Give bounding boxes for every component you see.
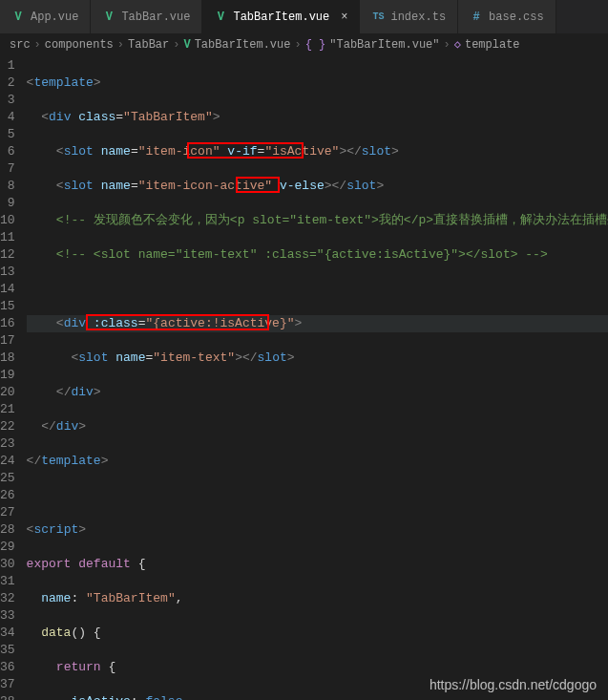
tab-label: TabBarItem.vue bbox=[233, 11, 329, 24]
line-number: 32 bbox=[0, 590, 15, 607]
code-editor[interactable]: 1 2 3 4 5 6 7 8 9 10 11 12 13 14 15 16 1… bbox=[0, 55, 608, 684]
breadcrumb-item[interactable]: components bbox=[45, 38, 114, 52]
close-icon[interactable]: × bbox=[341, 11, 347, 24]
line-number: 3 bbox=[0, 92, 15, 109]
breadcrumb-item[interactable]: src bbox=[10, 38, 31, 52]
tab-tabbaritem-vue[interactable]: V TabBarItem.vue × bbox=[202, 0, 360, 33]
line-number: 24 bbox=[0, 453, 15, 470]
breadcrumb: src › components › TabBar › VTabBarItem.… bbox=[0, 33, 608, 55]
tab-index-ts[interactable]: TS index.ts bbox=[360, 0, 458, 33]
cube-icon: ◇ bbox=[454, 37, 461, 52]
breadcrumb-item[interactable]: { } "TabBarItem.vue" bbox=[305, 38, 440, 52]
line-number: 35 bbox=[0, 642, 15, 659]
chevron-right-icon: › bbox=[173, 38, 179, 52]
vue-icon: V bbox=[214, 11, 227, 24]
line-number: 20 bbox=[0, 384, 15, 401]
line-number: 9 bbox=[0, 195, 15, 212]
line-number: 27 bbox=[0, 504, 15, 521]
breadcrumb-item[interactable]: VTabBarItem.vue bbox=[183, 38, 290, 52]
line-number: 1 bbox=[0, 57, 15, 74]
line-number: 13 bbox=[0, 264, 15, 281]
tab-base-css[interactable]: # base.css bbox=[458, 0, 556, 33]
line-number: 12 bbox=[0, 246, 15, 264]
line-number: 25 bbox=[0, 470, 15, 487]
tab-label: TabBar.vue bbox=[121, 11, 190, 24]
ts-icon: TS bbox=[371, 11, 385, 24]
vue-icon: V bbox=[11, 11, 25, 24]
line-number: 37 bbox=[0, 676, 15, 693]
line-number: 15 bbox=[0, 298, 15, 315]
tab-app-vue[interactable]: V App.vue bbox=[0, 0, 91, 33]
tab-tabbar-vue[interactable]: V TabBar.vue bbox=[91, 0, 202, 33]
line-number: 4 bbox=[0, 109, 15, 126]
line-number: 31 bbox=[0, 573, 15, 590]
line-number: 14 bbox=[0, 281, 15, 298]
watermark-text: https://blog.csdn.net/cdgogo bbox=[430, 677, 597, 692]
chevron-right-icon: › bbox=[444, 38, 451, 52]
line-number: 6 bbox=[0, 143, 15, 160]
line-number: 7 bbox=[0, 160, 15, 178]
chevron-right-icon: › bbox=[117, 38, 124, 52]
line-number: 19 bbox=[0, 367, 15, 384]
line-number: 23 bbox=[0, 435, 15, 453]
breadcrumb-item[interactable]: ◇ template bbox=[454, 37, 520, 52]
line-number: 28 bbox=[0, 521, 15, 539]
line-number: 21 bbox=[0, 401, 15, 418]
breadcrumb-item[interactable]: TabBar bbox=[128, 38, 169, 52]
line-number: 11 bbox=[0, 229, 15, 246]
line-number: 10 bbox=[0, 212, 15, 229]
line-number: 5 bbox=[0, 126, 15, 143]
line-number: 30 bbox=[0, 556, 15, 573]
line-number: 38 bbox=[0, 693, 15, 700]
line-number: 17 bbox=[0, 332, 15, 350]
line-number: 18 bbox=[0, 350, 15, 367]
chevron-right-icon: › bbox=[34, 38, 41, 52]
chevron-right-icon: › bbox=[294, 38, 301, 52]
line-number: 22 bbox=[0, 418, 15, 435]
line-number: 29 bbox=[0, 539, 15, 556]
line-gutter: 1 2 3 4 5 6 7 8 9 10 11 12 13 14 15 16 1… bbox=[0, 55, 27, 684]
tab-label: App.vue bbox=[31, 11, 78, 24]
vue-icon: V bbox=[183, 38, 190, 52]
line-number: 8 bbox=[0, 178, 15, 195]
tab-label: base.css bbox=[489, 11, 544, 24]
css-icon: # bbox=[470, 11, 483, 24]
line-number: 26 bbox=[0, 487, 15, 504]
code-area[interactable]: <template> <div class="TabBarItem"> <slo… bbox=[27, 55, 608, 684]
line-number: 36 bbox=[0, 659, 15, 676]
vue-icon: V bbox=[102, 11, 115, 24]
line-number: 33 bbox=[0, 607, 15, 625]
braces-icon: { } bbox=[305, 38, 326, 52]
line-number: 34 bbox=[0, 625, 15, 642]
line-number: 16 bbox=[0, 315, 15, 332]
editor-tabs: V App.vue V TabBar.vue V TabBarItem.vue … bbox=[0, 0, 608, 33]
line-number: 2 bbox=[0, 74, 15, 92]
tab-label: index.ts bbox=[390, 11, 446, 24]
